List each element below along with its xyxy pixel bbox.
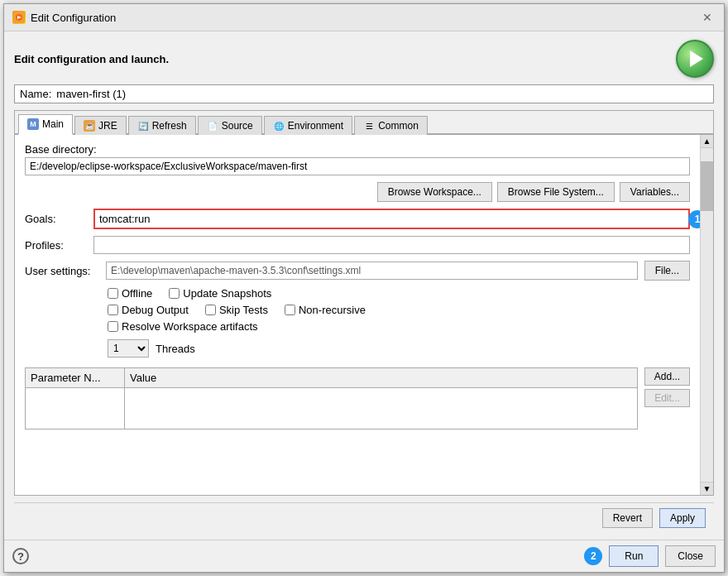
profiles-input[interactable] (93, 236, 690, 254)
dialog-title: Edit Configuration (31, 12, 116, 24)
environment-tab-icon: 🌐 (273, 120, 285, 132)
scroll-thumb[interactable] (701, 161, 713, 211)
source-tab-icon: 📄 (207, 120, 218, 132)
base-directory-input[interactable] (25, 157, 690, 175)
scrollbar[interactable]: ▲ ▼ (700, 135, 713, 495)
tab-main-label: Main (42, 118, 64, 130)
non-recursive-checkbox[interactable]: Non-recursive (285, 304, 366, 316)
title-bar-left: Edit Configuration (12, 11, 116, 24)
run-badge: 2 (584, 547, 602, 565)
bottom-buttons: Revert Apply (14, 502, 714, 533)
goals-badge: 1 (688, 210, 700, 228)
footer-right: 2 Run Close (584, 545, 716, 567)
params-table-wrap: Parameter N... Value (25, 367, 638, 430)
add-button[interactable]: Add... (644, 367, 690, 386)
scroll-down-button[interactable]: ▼ (701, 482, 713, 495)
checkboxes-area: Offline Update Snapshots Debug Output (25, 287, 690, 333)
tab-refresh[interactable]: 🔄 Refresh (128, 116, 196, 135)
param-value-header: Value (125, 368, 638, 388)
offline-label: Offline (122, 287, 152, 300)
scroll-up-button[interactable]: ▲ (701, 135, 713, 148)
user-settings-input[interactable] (106, 262, 638, 280)
browse-filesystem-button[interactable]: Browse File System... (497, 182, 615, 202)
tab-jre[interactable]: ☕ JRE (74, 116, 127, 135)
tab-source-label: Source (222, 120, 253, 132)
close-dialog-button[interactable]: ✕ (699, 9, 716, 26)
update-snapshots-checkbox[interactable]: Update Snapshots (169, 287, 271, 300)
title-bar: Edit Configuration ✕ (4, 4, 724, 31)
resolve-workspace-checkbox[interactable]: Resolve Workspace artifacts (108, 320, 258, 333)
revert-button[interactable]: Revert (602, 508, 653, 528)
run-button[interactable]: Run (609, 545, 659, 567)
base-directory-label: Base directory: (25, 143, 690, 156)
tab-main[interactable]: M Main (18, 114, 73, 135)
threads-row: 1 2 3 4 Threads (25, 339, 690, 358)
non-recursive-input[interactable] (285, 305, 295, 315)
debug-output-checkbox[interactable]: Debug Output (108, 304, 189, 316)
name-label: Name: (20, 88, 51, 100)
user-settings-label: User settings: (25, 265, 99, 277)
name-input[interactable] (56, 88, 708, 100)
goals-input-wrap: 1 (93, 209, 690, 229)
offline-checkbox[interactable]: Offline (108, 287, 152, 300)
tab-jre-label: JRE (98, 120, 117, 132)
footer-row: ? 2 Run Close (4, 540, 724, 572)
tab-common[interactable]: ☰ Common (354, 116, 428, 135)
close-button[interactable]: Close (665, 545, 716, 567)
common-tab-icon: ☰ (363, 120, 375, 132)
jre-tab-icon: ☕ (84, 120, 95, 132)
resolve-workspace-label: Resolve Workspace artifacts (122, 320, 258, 333)
checkbox-row-2: Debug Output Skip Tests Non-recursive (108, 304, 690, 316)
run-large-button[interactable] (676, 40, 714, 78)
variables-button[interactable]: Variables... (620, 182, 690, 202)
resolve-workspace-input[interactable] (108, 321, 118, 332)
edit-button[interactable]: Edit... (644, 389, 690, 407)
tab-environment[interactable]: 🌐 Environment (264, 116, 352, 135)
tab-refresh-label: Refresh (152, 120, 187, 132)
skip-tests-checkbox[interactable]: Skip Tests (205, 304, 268, 316)
browse-workspace-button[interactable]: Browse Workspace... (377, 182, 492, 202)
file-button[interactable]: File... (644, 261, 690, 281)
browse-row: Browse Workspace... Browse File System..… (25, 182, 690, 202)
debug-output-label: Debug Output (122, 304, 189, 316)
debug-output-input[interactable] (108, 305, 118, 315)
params-side: Add... Edit... (638, 367, 690, 430)
refresh-tab-icon: 🔄 (137, 120, 149, 132)
dialog-icon (12, 11, 26, 24)
main-panel: M Main ☕ JRE 🔄 Refresh 📄 Source 🌐 E (14, 110, 714, 496)
skip-tests-input[interactable] (205, 305, 216, 315)
main-panel-body: Base directory: Browse Workspace... Brow… (15, 135, 713, 495)
table-cell-value (125, 388, 638, 430)
base-directory-field: Base directory: (25, 143, 690, 175)
goals-input[interactable] (93, 209, 690, 229)
tab-environment-label: Environment (288, 120, 343, 132)
threads-select[interactable]: 1 2 3 4 (108, 339, 149, 358)
offline-checkbox-input[interactable] (108, 288, 118, 299)
tab-common-label: Common (378, 120, 419, 132)
main-tab-icon: M (27, 118, 39, 130)
checkbox-row-3: Resolve Workspace artifacts (108, 320, 690, 333)
table-row (26, 388, 638, 430)
header-description: Edit configuration and launch. (14, 53, 169, 65)
help-icon[interactable]: ? (12, 548, 29, 564)
goals-label: Goals: (25, 213, 87, 225)
apply-button[interactable]: Apply (659, 508, 706, 528)
goals-row: Goals: 1 (25, 209, 690, 229)
checkbox-row-1: Offline Update Snapshots (108, 287, 690, 300)
update-snapshots-input[interactable] (169, 288, 180, 299)
params-container: Parameter N... Value (25, 367, 690, 430)
skip-tests-label: Skip Tests (219, 304, 268, 316)
panel-content: Base directory: Browse Workspace... Brow… (15, 135, 700, 495)
update-snapshots-label: Update Snapshots (183, 287, 271, 300)
edit-configuration-dialog: Edit Configuration ✕ Edit configuration … (3, 3, 725, 573)
content-area: Edit configuration and launch. Name: M M… (4, 31, 724, 540)
params-table: Parameter N... Value (25, 367, 638, 430)
tab-source[interactable]: 📄 Source (198, 116, 262, 135)
threads-label: Threads (156, 343, 195, 355)
profiles-label: Profiles: (25, 239, 87, 252)
non-recursive-label: Non-recursive (299, 304, 366, 316)
header-row: Edit configuration and launch. (14, 40, 714, 78)
name-row: Name: (14, 84, 714, 103)
table-cell-name (26, 388, 125, 430)
param-name-header: Parameter N... (26, 368, 125, 388)
